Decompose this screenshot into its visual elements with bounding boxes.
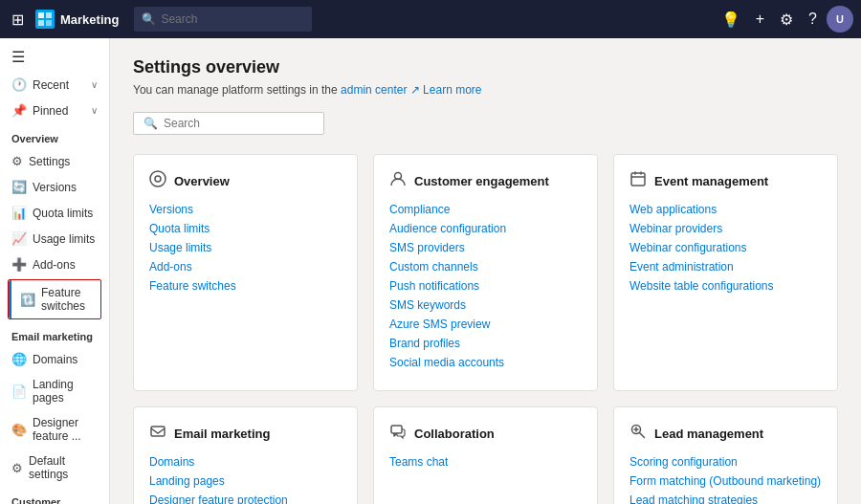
- svg-rect-8: [151, 427, 165, 436]
- card-link-push-notifications[interactable]: Push notifications: [389, 279, 582, 293]
- domains-icon: 🌐: [11, 352, 27, 366]
- learn-more-link[interactable]: Learn more: [423, 83, 481, 97]
- card-link-addons[interactable]: Add-ons: [149, 260, 342, 274]
- card-link-versions[interactable]: Versions: [149, 203, 342, 216]
- feature-switches-icon: 🔃: [20, 293, 35, 307]
- recent-arrow: ∨: [91, 79, 98, 90]
- subtitle-text: You can manage platform settings in the: [133, 83, 338, 97]
- card-link-custom-channels[interactable]: Custom channels: [389, 260, 582, 274]
- card-link-website-table[interactable]: Website table configurations: [629, 279, 822, 293]
- user-avatar[interactable]: U: [827, 6, 853, 33]
- svg-point-5: [155, 176, 161, 182]
- sidebar-item-recent[interactable]: 🕐 Recent ∨: [0, 72, 109, 98]
- event-management-card: Event management Web applications Webina…: [613, 154, 838, 391]
- card-link-form-matching[interactable]: Form matching (Outbound marketing): [629, 474, 822, 488]
- card-link-lead-matching[interactable]: Lead matching strategies: [629, 493, 822, 504]
- sidebar-item-feature-switches[interactable]: 🔃 Feature switches: [9, 280, 100, 318]
- card-link-teams-chat[interactable]: Teams chat: [389, 455, 582, 469]
- sidebar-item-settings[interactable]: ⚙ Settings: [0, 148, 109, 174]
- nav-search-input[interactable]: [134, 7, 312, 32]
- landing-label: Landing pages: [33, 378, 98, 405]
- settings-search-bar: 🔍: [133, 112, 324, 135]
- svg-rect-2: [38, 20, 44, 26]
- default-icon: ⚙: [11, 461, 23, 475]
- svg-rect-1: [46, 12, 52, 18]
- sidebar-hamburger[interactable]: ☰: [0, 38, 109, 72]
- versions-label: Versions: [33, 181, 77, 194]
- pinned-icon: 📌: [11, 103, 27, 118]
- email-card-icon: [149, 423, 166, 444]
- designer-label: Designer feature ...: [33, 416, 98, 443]
- sidebar-item-pinned[interactable]: 📌 Pinned ∨: [0, 98, 109, 123]
- card-link-webinar-providers[interactable]: Webinar providers: [629, 222, 822, 235]
- card-link-web-apps[interactable]: Web applications: [629, 203, 822, 216]
- lightbulb-button[interactable]: 💡: [716, 7, 746, 33]
- card-link-sms-providers[interactable]: SMS providers: [389, 241, 582, 254]
- search-bar-icon: 🔍: [144, 117, 158, 130]
- card-link-usage[interactable]: Usage limits: [149, 241, 342, 254]
- card-link-brand-profiles[interactable]: Brand profiles: [389, 337, 582, 350]
- settings-nav-button[interactable]: ⚙: [774, 7, 799, 33]
- card-link-azure-sms[interactable]: Azure SMS preview: [389, 318, 582, 331]
- collab-card-header: Collaboration: [389, 423, 582, 444]
- default-label: Default settings: [29, 454, 98, 481]
- em-card-icon: [629, 170, 647, 191]
- plus-button[interactable]: +: [750, 7, 770, 32]
- card-link-feature-switches[interactable]: Feature switches: [149, 279, 342, 293]
- lm-card-icon: [629, 423, 647, 444]
- overview-card-header: Overview: [149, 170, 342, 191]
- main-layout: ☰ 🕐 Recent ∨ 📌 Pinned ∨ Overview ⚙ Setti…: [0, 38, 861, 504]
- sidebar-item-quota[interactable]: 📊 Quota limits: [0, 200, 109, 226]
- usage-icon: 📈: [11, 231, 27, 246]
- overview-card-title: Overview: [174, 174, 230, 188]
- recent-label: Recent: [33, 78, 69, 92]
- card-link-event-admin[interactable]: Event administration: [629, 260, 822, 274]
- lead-management-card: Lead management Scoring configuration Fo…: [613, 406, 838, 504]
- svg-rect-3: [46, 20, 52, 26]
- versions-icon: 🔄: [11, 180, 27, 194]
- sidebar-item-usage[interactable]: 📈 Usage limits: [0, 226, 109, 252]
- admin-center-link[interactable]: admin center ↗: [341, 83, 420, 97]
- designer-icon: 🎨: [11, 423, 27, 437]
- landing-icon: 📄: [11, 384, 27, 399]
- ce-card-title: Customer engagement: [414, 174, 549, 188]
- domains-label: Domains: [33, 353, 77, 366]
- sidebar-item-landing[interactable]: 📄 Landing pages: [0, 372, 109, 410]
- recent-icon: 🕐: [11, 77, 27, 92]
- card-link-scoring[interactable]: Scoring configuration: [629, 455, 822, 469]
- sidebar-item-addons[interactable]: ➕ Add-ons: [0, 252, 109, 277]
- sidebar-item-default[interactable]: ⚙ Default settings: [0, 449, 109, 487]
- card-link-quota[interactable]: Quota limits: [149, 222, 342, 235]
- sidebar-item-designer[interactable]: 🎨 Designer feature ...: [0, 410, 109, 449]
- sidebar-item-domains[interactable]: 🌐 Domains: [0, 346, 109, 372]
- email-section-label: Email marketing: [0, 321, 109, 346]
- card-link-landing-pages[interactable]: Landing pages: [149, 474, 342, 488]
- card-link-sms-keywords[interactable]: SMS keywords: [389, 298, 582, 312]
- settings-search-input[interactable]: [164, 117, 314, 130]
- overview-section-label: Overview: [0, 123, 109, 148]
- sidebar-item-versions[interactable]: 🔄 Versions: [0, 174, 109, 200]
- page-title: Settings overview: [133, 57, 838, 77]
- usage-label: Usage limits: [33, 232, 95, 246]
- addons-icon: ➕: [11, 257, 27, 272]
- svg-rect-7: [631, 173, 645, 186]
- grid-icon[interactable]: ⊞: [8, 7, 28, 33]
- lm-card-header: Lead management: [629, 423, 822, 444]
- quota-icon: 📊: [11, 206, 27, 220]
- card-link-domains-email[interactable]: Domains: [149, 455, 342, 469]
- app-brand: Marketing: [35, 10, 119, 29]
- help-button[interactable]: ?: [803, 7, 823, 32]
- overview-card: Overview Versions Quota limits Usage lim…: [133, 154, 358, 391]
- feature-switches-label: Feature switches: [41, 286, 89, 313]
- card-link-webinar-configs[interactable]: Webinar configurations: [629, 241, 822, 254]
- email-marketing-card: Email marketing Domains Landing pages De…: [133, 406, 358, 504]
- card-link-social-media[interactable]: Social media accounts: [389, 356, 582, 369]
- top-navigation: ⊞ Marketing 🔍 💡 + ⚙ ? U: [0, 0, 861, 38]
- customer-section-label: Customer engagement: [0, 487, 109, 504]
- card-link-compliance[interactable]: Compliance: [389, 203, 582, 216]
- card-link-audience-config[interactable]: Audience configuration: [389, 222, 582, 235]
- brand-logo: [35, 10, 55, 29]
- card-link-designer-protection[interactable]: Designer feature protection: [149, 493, 342, 504]
- sidebar: ☰ 🕐 Recent ∨ 📌 Pinned ∨ Overview ⚙ Setti…: [0, 38, 110, 504]
- em-card-title: Event management: [654, 174, 768, 188]
